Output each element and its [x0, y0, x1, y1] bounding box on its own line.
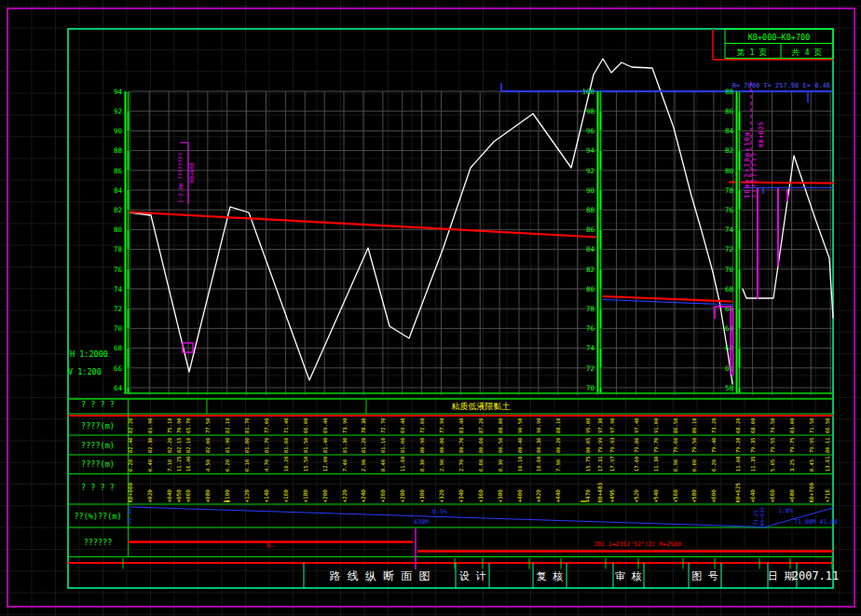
design-value: 80.90 [419, 437, 425, 453]
culvert-station: K0+060 [188, 162, 195, 183]
station-label: +360 [477, 489, 484, 503]
titlebar-text: 2007.11 [792, 569, 840, 582]
ground-value: 90.90 [536, 418, 541, 433]
station-label: +220 [341, 489, 348, 503]
fill-value: 2.90 [361, 459, 366, 472]
axis-label: 64 [114, 384, 123, 392]
station-label: +060 [184, 489, 191, 503]
station-label: +440 [554, 489, 561, 503]
fill-value: 11.08 [735, 456, 741, 472]
station-label: +280 [399, 489, 405, 503]
ground-value: 82.20 [128, 418, 133, 433]
axis-label: 80 [586, 285, 595, 294]
axis-label: 82 [586, 266, 594, 274]
fill-value: 11.30 [653, 456, 659, 472]
bridge-text: K0+625 [758, 121, 765, 147]
cad-sheet: R= 7000 T= 257.98 E= 0.46949290888684828… [0, 0, 861, 616]
staff-gap-line [600, 171, 601, 190]
staff-gap-line [600, 130, 601, 150]
row-label: ??(%)??(m) [74, 512, 121, 521]
ground-value: 97.90 [609, 418, 615, 433]
design-value: 80.50 [498, 437, 503, 453]
ground-value: 81.90 [147, 418, 153, 433]
fill-value: 4.70 [264, 459, 269, 472]
ground-value: 77.00 [264, 418, 269, 433]
ground-value: 77.50 [205, 418, 211, 433]
axis-label: 86 [725, 107, 734, 116]
axis-label: 82 [114, 206, 122, 214]
ground-value: 70.90 [176, 418, 182, 433]
station-label: +340 [458, 489, 464, 503]
axis-label: 58 [725, 384, 734, 392]
staff-gap-line [600, 328, 601, 348]
design-value: 80.70 [458, 437, 464, 453]
station-label: +400 [516, 489, 523, 503]
fill-value: 11.25 [176, 456, 182, 472]
staff-gap-line [600, 91, 601, 111]
staff-gap-line [739, 210, 740, 229]
axis-label: 68 [114, 344, 123, 352]
design-value: 81.00 [400, 437, 405, 453]
staff-gap-line [128, 328, 129, 348]
grade-start-elev: 82.40 [127, 508, 132, 524]
axis-label: 92 [114, 107, 122, 116]
ground-value: 66.00 [303, 418, 308, 433]
design-value: 79.40 [711, 437, 717, 453]
ground-value: 87.20 [478, 418, 484, 433]
row-label: ?????? [84, 538, 113, 547]
row-label: ????(m) [81, 459, 115, 469]
curve-text: JD1 1=2352'52"(Z) R=2500 [594, 541, 681, 548]
ground-value: 95.80 [585, 418, 591, 433]
station-label: +100 [224, 489, 230, 503]
station-label: +120 [243, 489, 250, 503]
staff-gap-line [128, 250, 129, 269]
design-value: 79.99 [597, 437, 603, 453]
axis-label: 76 [114, 266, 123, 274]
fill-value: 17.31 [597, 456, 603, 472]
ground-value: 83.00 [789, 418, 795, 433]
ground-value: 73.90 [342, 418, 348, 433]
fill-value: 11.60 [400, 456, 405, 472]
station-label: +260 [379, 489, 386, 503]
staff-gap-line [739, 328, 740, 348]
grade-label: 71.00M 41.00 [794, 518, 838, 526]
staff-gap-line [739, 91, 740, 111]
ground-value: 97.30 [597, 418, 603, 433]
ground-value: 71.40 [283, 418, 289, 433]
station-label: +520 [633, 489, 639, 503]
station-label: +020 [146, 489, 153, 503]
staff-gap-line [128, 130, 129, 150]
station-label: +600 [710, 489, 717, 503]
profile-drawing: R= 7000 T= 257.98 E= 0.46949290888684828… [0, 0, 861, 616]
titleblock-total: 共 4 页 [791, 48, 822, 57]
axis-label: 84 [725, 127, 734, 135]
ground-value: 80.10 [691, 418, 697, 433]
axis-label: 86 [586, 226, 595, 234]
ground-value: 82.10 [225, 418, 230, 433]
axis-label: 84 [114, 186, 123, 195]
ground-value: 69.40 [400, 418, 405, 433]
ground-value: 72.70 [380, 418, 386, 433]
axis-label: 70 [725, 266, 734, 274]
fill-value: 15.75 [585, 456, 591, 472]
design-value: 82.40 [128, 437, 133, 453]
culvert-text: 1-2.0m ???????? [177, 152, 184, 203]
fill-value: 0.20 [225, 459, 230, 472]
fill-value: 7.40 [342, 459, 348, 472]
titleblock-page: 第 1 页 [737, 48, 767, 57]
staff-gap-line [739, 130, 740, 150]
station-label: +040 [166, 489, 172, 503]
v-scale-label: V 1:200 [68, 367, 102, 376]
staff-gap-line [739, 171, 740, 190]
axis-label: 92 [586, 167, 594, 175]
ground-value: 77.90 [439, 418, 444, 433]
ground-value: 73.20 [711, 418, 717, 433]
staff-gap-line [128, 91, 129, 111]
staff-gap-line [128, 171, 129, 190]
ground-value: 81.70 [244, 418, 250, 433]
grade-break-elev: K0+630 [759, 507, 765, 526]
fill-value: 11.35 [750, 456, 756, 472]
titlebar-text: 图 号 [691, 570, 718, 582]
ground-value: 91.00 [653, 418, 659, 433]
axis-label: 88 [114, 146, 123, 155]
